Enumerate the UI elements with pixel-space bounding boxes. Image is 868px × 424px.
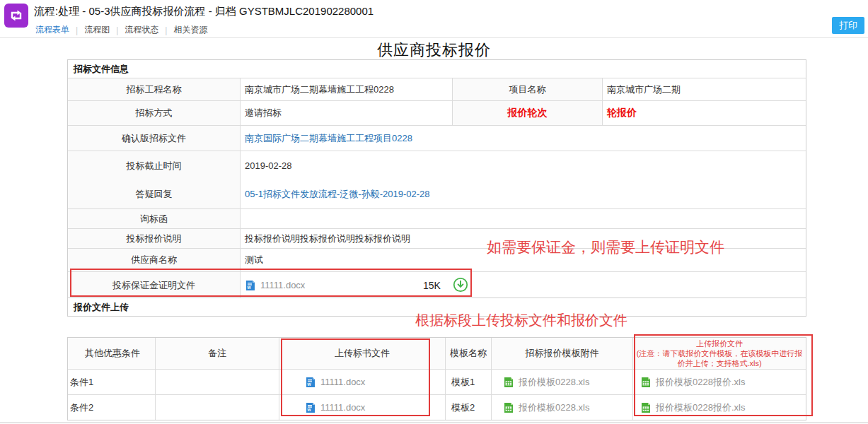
download-icon[interactable] — [453, 277, 468, 293]
table-row: 条件2 w 11111.docx 模板2 报价模板0228.xls — [68, 395, 806, 420]
remark-cell — [156, 370, 279, 394]
field-label: 询标函 — [68, 209, 241, 228]
field-value: 2019-02-28 — [241, 151, 806, 180]
svg-text:w: w — [307, 407, 312, 412]
template-file-name[interactable]: 报价模板0228.xls — [519, 401, 589, 414]
field-label-quote-round: 报价轮次 — [453, 101, 603, 125]
workflow-icon — [4, 4, 28, 28]
word-file-icon: w — [245, 280, 256, 291]
quote-file-header-note: (注意：请下载报价文件模板，在该模板中进行报价并上传；支持格式.xls) — [636, 348, 803, 368]
column-header: 模板名称 — [446, 338, 492, 369]
remark-cell — [156, 395, 279, 420]
table-row: 询标函 — [68, 209, 806, 229]
quote-file-name[interactable]: 报价模板0228报价.xls — [656, 376, 745, 389]
bid-file-cell: w 11111.docx — [279, 370, 446, 394]
field-label: 确认版招标文件 — [68, 126, 241, 151]
bid-file-cell: w 11111.docx — [279, 395, 446, 420]
table-row: 条件1 w 11111.docx 模板1 报价模板0228.xls — [68, 370, 806, 395]
template-file-cell: 报价模板0228.xls — [492, 370, 633, 394]
tab-separator: | — [165, 25, 167, 35]
word-file-icon: w — [305, 377, 316, 388]
template-name-cell: 模板2 — [446, 395, 492, 420]
field-value: 邀请招标 — [241, 101, 453, 125]
qa-reply-link[interactable]: 05-1招标文件发放流程-泛微-孙毅-2019-02-28 — [245, 188, 430, 201]
word-file-icon: w — [305, 402, 316, 413]
condition-cell: 条件2 — [68, 395, 156, 420]
excel-file-icon — [640, 377, 652, 388]
upload-table: 其他优惠条件 备注 上传标书文件 模板名称 招标报价模板附件 上传报价文件 (注… — [67, 337, 806, 420]
field-value: 南京城市广场二期幕墙施工工程0228 — [241, 78, 453, 100]
bid-info-table: 招标文件信息 招标工程名称 南京城市广场二期幕墙施工工程0228 项目名称 南京… — [67, 59, 806, 299]
column-header: 招标报价模板附件 — [492, 338, 633, 369]
field-label: 招标工程名称 — [68, 78, 241, 100]
table-row-deposit-file: 投标保证金证明文件 w 11111.docx 15K — [68, 272, 806, 298]
bid-info-section-title: 招标文件信息 — [68, 60, 806, 78]
field-label: 投标保证金证明文件 — [68, 272, 241, 298]
template-file-name[interactable]: 报价模板0228.xls — [519, 376, 589, 389]
tab-related-resources[interactable]: 相关资源 — [172, 24, 209, 36]
field-label: 投标截止时间 — [68, 151, 241, 180]
template-file-cell: 报价模板0228.xls — [492, 395, 633, 420]
field-value — [241, 209, 806, 228]
quote-file-cell: 报价模板0228报价.xls — [633, 370, 806, 394]
tab-separator: | — [76, 25, 78, 35]
window-title: 流程:处理 - 05-3供应商投标报价流程 - 归档 GYSTBMJLC2019… — [34, 5, 374, 18]
confirmed-doc-link[interactable]: 南京国际广场二期幕墙施工工程项目0228 — [245, 132, 412, 145]
tab-process-status[interactable]: 流程状态 — [123, 24, 160, 36]
quote-file-header-title: 上传报价文件 — [696, 338, 743, 348]
field-label: 供应商名称 — [68, 249, 241, 271]
tab-bar: 流程表单 | 流程图 | 流程状态 | 相关资源 — [34, 24, 209, 36]
field-value-quote-round: 轮报价 — [603, 101, 806, 125]
column-header: 备注 — [156, 338, 279, 369]
table-row: 确认版招标文件 南京国际广场二期幕墙施工工程项目0228 — [68, 126, 806, 151]
tab-separator: | — [116, 25, 118, 35]
field-label: 项目名称 — [453, 78, 603, 100]
field-value: 南京城市广场二期 — [603, 78, 806, 100]
tab-process-form[interactable]: 流程表单 — [34, 24, 71, 36]
quote-file-name[interactable]: 报价模板0228报价.xls — [656, 401, 745, 414]
process-page: 流程:处理 - 05-3供应商投标报价流程 - 归档 GYSTBMJLC2019… — [0, 0, 868, 424]
column-header: 其他优惠条件 — [68, 338, 156, 369]
column-header-quote-file: 上传报价文件 (注意：请下载报价文件模板，在该模板中进行报价并上传；支持格式.x… — [633, 338, 806, 369]
deposit-annotation: 如需要保证金，则需要上传证明文件 — [487, 237, 724, 257]
svg-text:w: w — [247, 285, 252, 290]
field-label: 招标方式 — [68, 101, 241, 125]
table-row: 招标方式 邀请招标 报价轮次 轮报价 — [68, 101, 806, 126]
table-row: 招标工程名称 南京城市广场二期幕墙施工工程0228 项目名称 南京城市广场二期 — [68, 78, 806, 101]
field-label: 答疑回复 — [68, 180, 241, 208]
column-header-bid-file: 上传标书文件 — [279, 338, 446, 369]
bid-file-name[interactable]: 11111.docx — [320, 402, 365, 413]
upload-annotation: 根据标段上传投标文件和报价文件 — [415, 311, 627, 330]
upload-table-header: 其他优惠条件 备注 上传标书文件 模板名称 招标报价模板附件 上传报价文件 (注… — [68, 338, 806, 370]
field-label: 投标报价说明 — [68, 229, 241, 248]
print-button[interactable]: 打印 — [832, 17, 864, 34]
template-name-cell: 模板1 — [446, 370, 492, 394]
svg-text:w: w — [307, 382, 312, 387]
excel-file-icon — [503, 377, 514, 388]
page-title: 供应商投标报价 — [0, 40, 868, 61]
deposit-file-name[interactable]: 11111.docx — [260, 280, 305, 290]
table-row: 投标截止时间 2019-02-28 — [68, 151, 806, 180]
tab-process-chart[interactable]: 流程图 — [83, 24, 111, 36]
excel-file-icon — [640, 402, 652, 413]
deposit-file-size: 15K — [423, 280, 441, 291]
excel-file-icon — [503, 402, 514, 413]
bid-file-name[interactable]: 11111.docx — [320, 377, 365, 387]
quote-file-cell: 报价模板0228报价.xls — [633, 395, 806, 420]
table-row: 答疑回复 05-1招标文件发放流程-泛微-孙毅-2019-02-28 — [68, 180, 806, 209]
title-bar: 流程:处理 - 05-3供应商投标报价流程 - 归档 GYSTBMJLC2019… — [0, 0, 868, 38]
condition-cell: 条件1 — [68, 370, 156, 394]
